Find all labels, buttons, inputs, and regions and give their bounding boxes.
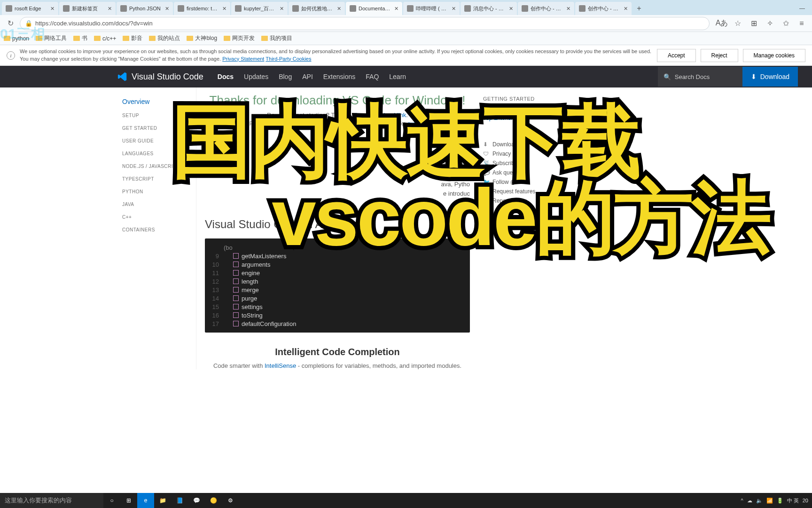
sidebar-userguide[interactable]: USER GUIDE [122,136,196,145]
browser-tab[interactable]: rosoft Edge✕ [2,2,58,15]
minimize-button[interactable]: — [792,2,812,15]
explorer-icon[interactable]: 📁 [154,493,171,508]
sidebar-setup[interactable]: SETUP [122,111,196,120]
browser-tab-active[interactable]: Documentation f✕ [346,2,402,15]
nav-docs[interactable]: Docs [218,73,234,80]
bookmark-folder[interactable]: 网页开发 [224,34,255,42]
reject-button[interactable]: Reject [701,49,738,62]
intellisense-link[interactable]: IntelliSense [265,362,296,369]
thirdparty-link[interactable]: Third-Party Cookies [265,56,311,62]
sidebar-link[interactable]: VS Code in Action [483,105,563,112]
taskview-icon[interactable]: ⊞ [120,493,137,508]
browser-tab[interactable]: kupyter_百度搜索✕ [231,2,288,15]
add-favorite-icon[interactable]: ✩ [779,17,792,30]
tray-battery-icon[interactable]: 🔋 [777,498,783,504]
sidebar-python[interactable]: PYTHON [122,187,196,196]
browser-tab[interactable]: Python JSON✕ [117,2,173,15]
menu-icon[interactable]: ≡ [795,17,808,30]
app-icon[interactable]: 🟡 [205,493,222,508]
bookmark-folder[interactable]: 书 [73,34,87,42]
bookmark-folder[interactable]: c/c++ [94,35,116,42]
privacy-link[interactable]: Privacy Statement [222,56,264,62]
sidebar-typescript[interactable]: TYPESCRIPT [122,175,196,183]
bookmark-folder[interactable]: 我的项目 [261,34,292,42]
thanks-heading: Thanks for downloading VS Code for Windo… [205,93,470,108]
cookie-text: We use optional cookies to improve your … [20,48,652,63]
browser-tab[interactable]: firstdemo: test✕ [174,2,230,15]
browser-tab[interactable]: 新建标签页✕ [59,2,116,15]
sidebar-containers[interactable]: CONTAINERS [122,225,196,234]
search-docs-input[interactable]: 🔍Search Docs [658,67,742,87]
browser-tab[interactable]: 创作中心 - 哔哩哔✕ [518,2,574,15]
sidebar-link[interactable]: 🐞Report issues [483,198,563,204]
nav-api[interactable]: API [302,73,313,80]
edge-icon[interactable]: e [137,493,154,508]
wechat-icon[interactable]: 💬 [188,493,205,508]
sidebar-overview[interactable]: Overview [122,96,196,107]
sidebar-link[interactable]: 💬Ask questions [483,169,563,176]
browser-tab[interactable]: 哔哩哔哩 ( ゜- ゜)✕ [403,2,460,15]
favorites-icon[interactable]: ☆ [731,17,744,30]
nav-extensions[interactable]: Extensions [323,73,355,80]
taskbar-search[interactable]: 这里输入你要搜索的内容 [0,493,103,508]
tray-network-icon[interactable]: 🔈 [756,498,763,504]
browser-tab[interactable]: 消息中心 - 哔哩哔✕ [461,2,517,15]
favicon [292,5,299,12]
nav-blog[interactable]: Blog [279,73,292,80]
sidebar-link[interactable]: Top Extensions [483,115,563,121]
read-aloud-icon[interactable]: Aあ [715,17,728,30]
bookmark-folder[interactable]: 影音 [123,34,142,42]
sidebar-link[interactable]: 🛡Privacy [483,151,563,157]
nav-updates[interactable]: Updates [244,73,268,80]
close-icon[interactable]: ✕ [336,5,342,12]
close-icon[interactable]: ✕ [450,5,457,12]
app-icon[interactable]: 📘 [171,493,188,508]
tray-wifi-icon[interactable]: 📶 [766,498,773,504]
manage-cookies-button[interactable]: Manage cookies [743,49,805,62]
obs-icon[interactable]: ⚙ [222,493,239,508]
refresh-button[interactable]: ↻ [4,17,17,30]
close-icon[interactable]: ✕ [221,5,227,12]
close-icon[interactable]: ✕ [393,5,399,12]
bookmark-folder[interactable]: 我的站点 [149,34,180,42]
bookmark-folder[interactable]: 大神blog [187,34,217,42]
sidebar-getstarted[interactable]: GET STARTED [122,124,196,133]
sidebar-languages[interactable]: LANGUAGES [122,149,196,158]
survey-link[interactable]: survey [408,120,424,127]
collections-icon[interactable]: ⊞ [747,17,760,30]
close-icon[interactable]: ✕ [508,5,514,12]
tray-chevron-icon[interactable]: ^ [741,498,743,503]
nav-faq[interactable]: FAQ [366,73,379,80]
url-field[interactable]: 🔒https://code.visualstudio.com/docs/?dv=… [20,17,710,30]
sidebar-cpp[interactable]: C++ [122,213,196,222]
new-tab-button[interactable]: + [632,2,646,15]
bookmark-folder[interactable]: 网络工具 [36,34,67,42]
close-icon[interactable]: ✕ [106,5,113,12]
sidebar-link[interactable]: ⬇Downloads [483,141,563,148]
browser-tab[interactable]: 如何优雅地使用 J✕ [289,2,345,15]
nav-learn[interactable]: Learn [389,73,406,80]
tray-clock[interactable]: 20 [803,498,808,503]
sidebar-link[interactable]: 💡Request features [483,188,563,195]
vscode-logo[interactable]: Visual Studio Code [117,71,203,82]
extensions-icon[interactable]: ✧ [763,17,776,30]
browser-tab[interactable]: 创作中心 - 哔哩哔✕ [575,2,632,15]
close-icon[interactable]: ✕ [565,5,571,12]
bookmark-folder[interactable]: python [4,35,29,42]
sidebar-link[interactable]: 🐦Follow @code [483,179,563,185]
favicon [6,5,12,12]
close-icon[interactable]: ✕ [622,5,629,12]
close-icon[interactable]: ✕ [49,5,55,12]
close-icon[interactable]: ✕ [278,5,285,12]
direct-download-link[interactable]: direct download link [352,111,406,119]
sidebar-link[interactable]: 📡Subscribe [483,160,563,167]
tray-ime[interactable]: 中 英 [787,497,799,504]
sidebar-java[interactable]: JAVA [122,200,196,209]
download-button[interactable]: ⬇Download [742,67,798,87]
accept-button[interactable]: Accept [657,49,696,62]
sidebar-nodejs[interactable]: NODE.JS / JAVASCRIPT [122,162,196,171]
cortana-icon[interactable]: ○ [103,493,120,508]
right-sidebar: GETTING STARTED VS Code in Action Top Ex… [478,87,563,369]
tray-cloud-icon[interactable]: ☁ [747,498,752,504]
close-icon[interactable]: ✕ [164,5,170,12]
